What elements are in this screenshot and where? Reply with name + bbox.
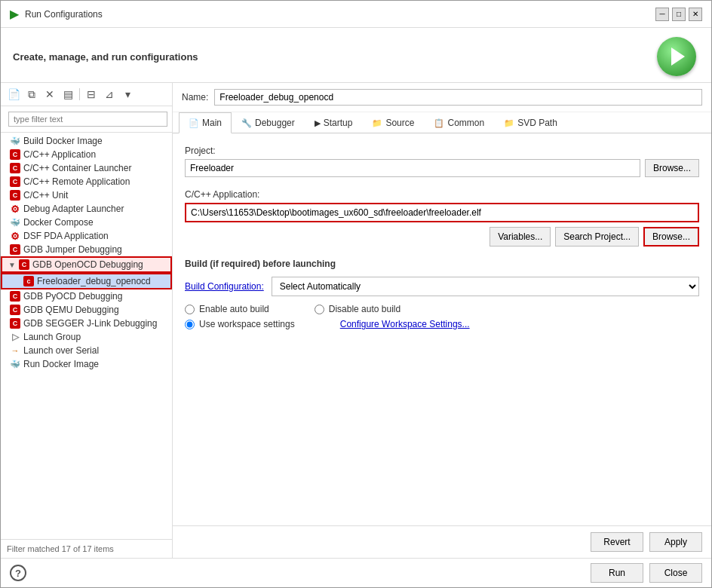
sidebar-item-debug-adapter-launcher[interactable]: ⚙ Debug Adapter Launcher: [1, 202, 172, 216]
sidebar-item-cpp-container-launcher[interactable]: C C/C++ Container Launcher: [1, 161, 172, 175]
sidebar-item-gdb-jumper[interactable]: C GDB Jumper Debugging: [1, 243, 172, 256]
variables-button[interactable]: Variables...: [490, 227, 551, 247]
run-toolbar-button[interactable]: [657, 37, 696, 76]
app-browse-button[interactable]: Browse...: [643, 227, 699, 247]
configure-workspace-link[interactable]: Configure Workspace Settings...: [340, 319, 470, 329]
tab-label: Startup: [324, 118, 353, 128]
sidebar-item-gdb-qemu[interactable]: C GDB QEMU Debugging: [1, 303, 172, 317]
sidebar-item-label: C/C++ Container Launcher: [23, 163, 131, 173]
launch-icon: ▷: [10, 332, 20, 342]
use-workspace-radio[interactable]: [185, 320, 195, 329]
search-project-button[interactable]: Search Project...: [555, 227, 639, 247]
run-icon: [671, 47, 685, 66]
radio-label: Enable auto build: [199, 304, 269, 314]
sidebar-item-launch-group[interactable]: ▷ Launch Group: [1, 330, 172, 344]
project-label: Project:: [185, 145, 699, 156]
application-group: C/C++ Application: Variables... Search P…: [185, 189, 699, 247]
help-button[interactable]: ?: [10, 565, 26, 581]
maximize-button[interactable]: □: [672, 8, 686, 21]
config-tree: 🐳 Build Docker Image C C/C++ Application…: [1, 133, 172, 539]
collapse-button[interactable]: ⊟: [83, 86, 100, 103]
tab-bar: 📄 Main 🔧 Debugger ▶ Startup 📁 Source 📋: [173, 112, 711, 133]
radio-enable-auto-build[interactable]: Enable auto build: [185, 304, 269, 314]
sidebar-item-label: Run Docker Image: [23, 359, 99, 369]
header: Create, manage, and run configurations: [1, 28, 711, 83]
sidebar-item-build-docker-image[interactable]: 🐳 Build Docker Image: [1, 134, 172, 148]
dsf-icon: ⚙: [10, 231, 20, 241]
disable-auto-build-radio[interactable]: [315, 305, 324, 314]
enable-auto-build-radio[interactable]: [185, 305, 195, 314]
sidebar-item-gdb-pyocd[interactable]: C GDB PyOCD Debugging: [1, 289, 172, 303]
expand-icon: ▼: [8, 261, 16, 269]
minimize-button[interactable]: ─: [655, 8, 669, 21]
filter-button[interactable]: ⊿: [101, 86, 118, 103]
tab-common[interactable]: 📋 Common: [424, 112, 494, 133]
more-button[interactable]: ▾: [119, 86, 136, 103]
sidebar-item-docker-compose[interactable]: 🐳 Docker Compose: [1, 216, 172, 229]
run-configurations-window: ▶ Run Configurations ─ □ ✕ Create, manag…: [0, 0, 712, 588]
project-input[interactable]: [185, 159, 640, 177]
filter-input[interactable]: [8, 112, 167, 127]
tab-label: Common: [447, 118, 484, 128]
form-area: Project: Browse... C/C++ Application: Va…: [173, 133, 711, 525]
radio-disable-auto-build[interactable]: Disable auto build: [315, 304, 400, 314]
radio-row-1: Enable auto build Disable auto build: [185, 304, 699, 314]
project-group: Project: Browse...: [185, 145, 699, 177]
tab-main[interactable]: 📄 Main: [179, 112, 232, 133]
c-icon: C: [10, 149, 20, 160]
source-tab-icon: 📁: [372, 118, 382, 128]
filter-config-button[interactable]: ▤: [60, 86, 76, 103]
sidebar-item-label: C/C++ Unit: [23, 190, 68, 201]
apply-button[interactable]: Apply: [649, 532, 702, 552]
radio-use-workspace-settings[interactable]: Use workspace settings: [185, 319, 295, 329]
tab-debugger[interactable]: 🔧 Debugger: [232, 112, 305, 133]
run-button[interactable]: Run: [591, 563, 643, 583]
close-button[interactable]: Close: [649, 563, 702, 583]
copy-config-button[interactable]: ⧉: [23, 86, 40, 103]
app-buttons-row: Variables... Search Project... Browse...: [185, 227, 699, 247]
radio-group: Enable auto build Disable auto build Use…: [185, 304, 699, 329]
name-row: Name:: [173, 83, 711, 112]
sidebar-item-label: Launch Group: [23, 332, 81, 342]
sidebar-footer: Filter matched 17 of 17 items: [1, 539, 172, 558]
sidebar-item-label: Docker Compose: [23, 217, 94, 228]
app-input[interactable]: [185, 203, 699, 222]
name-input[interactable]: [214, 89, 702, 106]
window-title: Run Configurations: [25, 9, 649, 20]
tab-source[interactable]: 📁 Source: [362, 112, 424, 133]
sidebar-item-label: C/C++ Remote Application: [23, 176, 130, 187]
filter-status: Filter matched 17 of 17 items: [7, 544, 114, 553]
c-icon: C: [10, 244, 20, 255]
sidebar-item-cpp-unit[interactable]: C C/C++ Unit: [1, 188, 172, 202]
sidebar-item-label: Launch over Serial: [23, 345, 99, 356]
sidebar-item-launch-over-serial[interactable]: → Launch over Serial: [1, 344, 172, 357]
build-config-select[interactable]: Select Automatically Debug Release: [272, 277, 699, 296]
tab-label: Debugger: [255, 118, 295, 128]
sidebar-item-cpp-remote-application[interactable]: C C/C++ Remote Application: [1, 175, 172, 188]
toolbar-separator: [79, 88, 80, 100]
build-config-link[interactable]: Build Configuration:: [185, 281, 264, 292]
tab-svd-path[interactable]: 📁 SVD Path: [494, 112, 567, 133]
sidebar-item-dsf-pda[interactable]: ⚙ DSF PDA Application: [1, 229, 172, 243]
sidebar-item-cpp-application[interactable]: C C/C++ Application: [1, 148, 172, 161]
build-config-row: Build Configuration: Select Automaticall…: [185, 277, 699, 296]
sidebar-item-freeloader-debug-openocd[interactable]: c Freeloader_debug_openocd: [1, 273, 172, 289]
sidebar-item-gdb-openocd[interactable]: ▼ C GDB OpenOCD Debugging: [1, 256, 172, 273]
sidebar-item-run-docker-image[interactable]: 🐳 Run Docker Image: [1, 357, 172, 371]
footer-left: ?: [10, 565, 26, 581]
project-browse-button[interactable]: Browse...: [645, 159, 699, 177]
main-tab-icon: 📄: [189, 118, 199, 128]
revert-button[interactable]: Revert: [591, 532, 643, 552]
build-section: Build (if required) before launching Bui…: [185, 259, 699, 329]
name-label: Name:: [182, 92, 208, 103]
tab-startup[interactable]: ▶ Startup: [305, 112, 363, 133]
window-icon: ▶: [10, 7, 19, 21]
close-button[interactable]: ✕: [689, 8, 702, 21]
project-row: Browse...: [185, 159, 699, 177]
docker-icon: 🐳: [10, 217, 20, 228]
delete-config-button[interactable]: ✕: [41, 86, 58, 103]
main-panel: Name: 📄 Main 🔧 Debugger ▶ Startup: [173, 83, 711, 558]
sidebar-item-gdb-segger[interactable]: C GDB SEGGER J-Link Debugging: [1, 317, 172, 330]
new-config-button[interactable]: 📄: [5, 86, 22, 103]
sidebar-item-label: GDB OpenOCD Debugging: [32, 259, 143, 270]
